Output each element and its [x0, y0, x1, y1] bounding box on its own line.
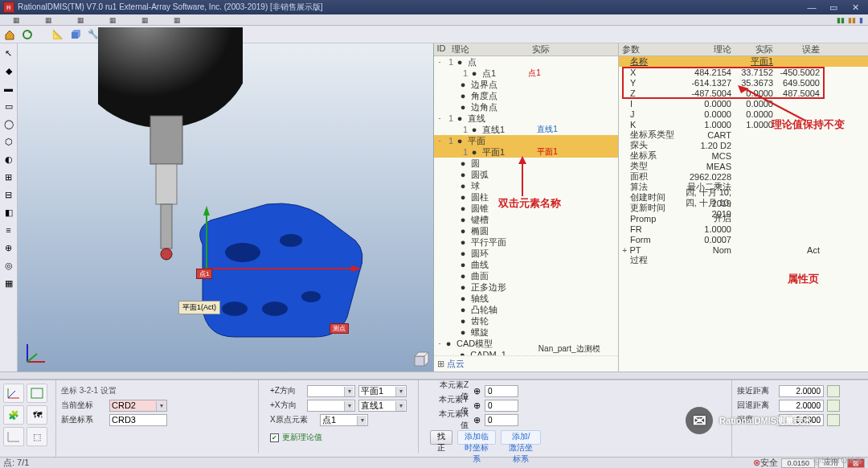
axis-icon: ● — [458, 294, 468, 302]
tool-icon[interactable]: ▭ — [2, 100, 15, 113]
coord-icon[interactable]: ⬚ — [27, 427, 47, 446]
back-input[interactable] — [779, 400, 824, 412]
menu-item[interactable]: ▦ — [129, 16, 161, 24]
tool-icon[interactable]: ▦ — [2, 277, 15, 289]
cube-icon[interactable] — [69, 28, 82, 41]
coord-icon[interactable] — [27, 384, 47, 403]
home-icon[interactable] — [3, 28, 16, 41]
add-temp-coord-button[interactable]: 添加临时坐标系 — [457, 430, 496, 445]
update-theory-checkbox[interactable]: ✔ — [270, 433, 279, 442]
pl-icon: ● — [469, 148, 479, 156]
x-value-input[interactable] — [485, 414, 518, 426]
pointer-icon[interactable]: ↖ — [2, 47, 15, 60]
y-value-input[interactable] — [485, 400, 518, 412]
tor-icon: ● — [458, 249, 468, 257]
tool-icon[interactable]: ⬡ — [2, 135, 15, 148]
apply-button[interactable]: 应用 — [818, 458, 844, 468]
coord-icon[interactable]: 🗺 — [27, 405, 47, 425]
minimize-button[interactable]: — — [802, 2, 821, 12]
x-origin-select[interactable]: 点1▾ — [320, 414, 368, 426]
tree-row[interactable]: ●CADM_1Nan_part_边测模型.stp — [434, 349, 618, 355]
tool-icon[interactable]: ▬ — [2, 82, 15, 95]
tree-row[interactable]: ●曲线 — [434, 259, 618, 270]
tree-row[interactable]: ●键槽 — [434, 214, 618, 225]
add-activate-coord-button[interactable]: 添加/激活坐标系 — [501, 430, 541, 445]
tree-row[interactable]: 1●点1点1 — [434, 68, 618, 79]
tool-icon[interactable]: ⊟ — [2, 188, 15, 201]
tree-row[interactable]: ●边界点 — [434, 79, 618, 90]
dir-toggle[interactable]: ▾ — [307, 385, 355, 397]
tree-row[interactable]: -1●点 — [434, 56, 618, 68]
label: 新坐标系 — [61, 414, 106, 425]
tool-icon[interactable]: ◐ — [2, 153, 15, 166]
tree-row[interactable]: ●角度点 — [434, 90, 618, 101]
close-button[interactable]: ✕ — [845, 2, 865, 13]
menu-item[interactable]: ▦ — [64, 16, 96, 24]
menu-item[interactable]: ▦ — [0, 16, 32, 24]
depth-input[interactable] — [779, 414, 824, 426]
svg-rect-23 — [31, 388, 43, 398]
maximize-button[interactable]: ▭ — [824, 2, 843, 13]
prop-row[interactable]: X484.215433.7152-450.5002 — [619, 67, 868, 77]
tree-row[interactable]: ●椭圆 — [434, 225, 618, 236]
tool-icon[interactable]: ◯ — [2, 117, 15, 130]
tree-row[interactable]: ●齿轮 — [434, 315, 618, 326]
tree-row[interactable]: ●正多边形 — [434, 281, 618, 293]
apply-icon[interactable] — [827, 385, 840, 397]
align-button[interactable]: 找正 — [430, 430, 452, 445]
prop-row[interactable]: FR1.0000 — [619, 224, 868, 234]
tree-row[interactable]: ●边角点 — [434, 101, 618, 113]
z-dir-select[interactable]: 平面1▾ — [358, 385, 407, 397]
x-dir-select[interactable]: 直线1▾ — [358, 400, 407, 412]
z-value-input[interactable] — [485, 385, 518, 397]
tool-icon[interactable]: ◆ — [2, 64, 15, 77]
tree-row[interactable]: -1●平面 — [434, 135, 618, 146]
label: +Z方向 — [270, 385, 304, 396]
ell-icon: ● — [458, 227, 468, 235]
tree-row[interactable]: ●螺旋 — [434, 326, 618, 338]
apply-icon[interactable] — [827, 414, 840, 426]
tree-row[interactable]: ●轴线 — [434, 293, 618, 304]
view-cube-icon[interactable] — [412, 351, 430, 368]
prop-row[interactable]: 过程 — [619, 255, 868, 265]
prop-row[interactable]: Promp开启 — [619, 213, 868, 224]
sph-icon: ● — [458, 182, 468, 190]
menu-item[interactable]: ▦ — [161, 16, 193, 24]
current-coord-select[interactable]: CRD2▾ — [109, 400, 167, 412]
tool-icon[interactable]: ⊞ — [2, 170, 15, 183]
circ-icon: ● — [458, 159, 468, 167]
tree-row[interactable]: ●凸轮轴 — [434, 304, 618, 315]
menu-item[interactable]: ▦ — [96, 16, 129, 24]
svg-point-9 — [222, 302, 248, 316]
tree-row[interactable]: ●曲面 — [434, 270, 618, 281]
tree-bottom-link[interactable]: ⊞ 点云 — [434, 355, 618, 372]
prop-row[interactable]: Form0.0007 — [619, 234, 868, 244]
annotation-text: 双击元素名称 — [498, 196, 561, 211]
tool-icon[interactable]: ◧ — [2, 206, 15, 219]
menu-item[interactable]: ▦ — [32, 16, 64, 24]
prop-row[interactable]: 更新时间四, 十月 10, 2019 — [619, 203, 868, 213]
new-coord-input[interactable]: CRD3 — [109, 414, 167, 426]
tool-icon[interactable]: ◎ — [2, 259, 15, 272]
refresh-icon[interactable] — [21, 28, 34, 41]
dir-toggle[interactable]: ▾ — [307, 400, 355, 412]
tree-row[interactable]: 1●直线1直线1 — [434, 124, 618, 135]
coord-icon[interactable] — [3, 427, 24, 446]
col-dev: 误差 — [773, 43, 820, 55]
tool-icon[interactable]: ≡ — [2, 224, 15, 236]
tool-icon[interactable]: 📐 — [51, 28, 64, 41]
viewport-3d[interactable]: 点1 测点 平面1(Act) — [18, 43, 434, 372]
label: 深度 — [737, 414, 776, 425]
status-value: 0.0150 — [781, 458, 815, 468]
svg-rect-1 — [72, 32, 78, 39]
coord-icon[interactable]: 🧩 — [3, 405, 24, 425]
tree-row[interactable]: ●平行平面 — [434, 236, 618, 248]
near-input[interactable] — [779, 385, 824, 397]
tool-icon[interactable]: ⊕ — [2, 241, 15, 254]
tree-row[interactable]: ●圆环 — [434, 248, 618, 259]
section-title: 坐标 3-2-1 设置 — [61, 385, 117, 396]
apply-icon[interactable] — [827, 400, 840, 412]
coord-icon[interactable] — [3, 384, 24, 403]
tree-row[interactable]: -1●直线 — [434, 113, 618, 124]
status-button[interactable]: ⊠ — [847, 458, 865, 468]
